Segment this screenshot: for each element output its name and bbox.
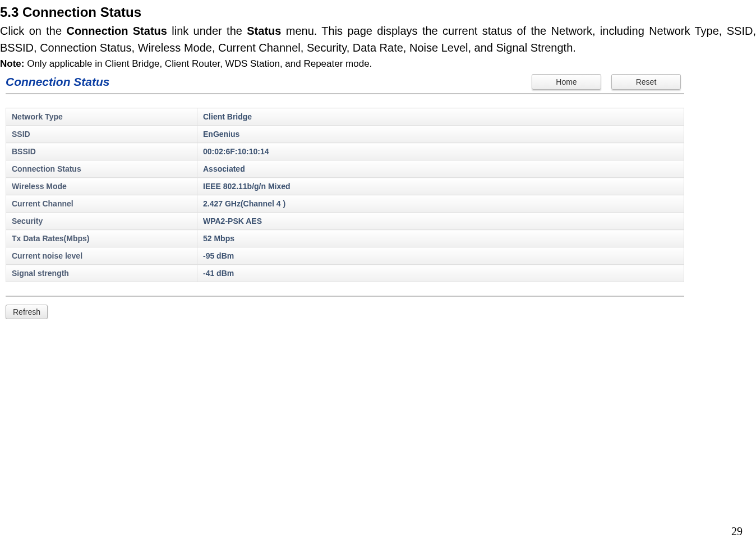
row-label: Wireless Mode	[6, 178, 197, 195]
reset-button[interactable]: Reset	[611, 74, 681, 90]
home-button[interactable]: Home	[532, 74, 601, 90]
section-heading: 5.3 Connection Status	[0, 4, 756, 20]
table-row: Connection Status Associated	[6, 160, 684, 178]
row-value: Client Bridge	[197, 108, 684, 126]
table-row: Current noise level -95 dBm	[6, 247, 684, 265]
table-row: Network Type Client Bridge	[6, 108, 684, 126]
row-label: Security	[6, 213, 197, 230]
row-label: BSSID	[6, 143, 197, 160]
row-label: Signal strength	[6, 265, 197, 282]
text-bold: Connection Status	[66, 25, 167, 37]
text: Click on the	[0, 25, 66, 37]
table-row: BSSID 00:02:6F:10:10:14	[6, 143, 684, 160]
panel-title: Connection Status	[6, 75, 110, 89]
status-table: Network Type Client Bridge SSID EnGenius…	[6, 108, 684, 282]
note-text: Only applicable in Client Bridge, Client…	[24, 58, 372, 69]
row-value: 52 Mbps	[197, 230, 684, 247]
refresh-button[interactable]: Refresh	[6, 305, 48, 319]
text: link under the	[167, 25, 247, 37]
row-value: IEEE 802.11b/g/n Mixed	[197, 178, 684, 195]
note-line: Note: Only applicable in Client Bridge, …	[0, 58, 756, 70]
row-label: Tx Data Rates(Mbps)	[6, 230, 197, 247]
table-row: Current Channel 2.427 GHz(Channel 4 )	[6, 195, 684, 213]
divider	[6, 296, 684, 297]
table-row: Tx Data Rates(Mbps) 52 Mbps	[6, 230, 684, 247]
row-label: Network Type	[6, 108, 197, 126]
table-row: Signal strength -41 dBm	[6, 265, 684, 282]
row-value: -95 dBm	[197, 247, 684, 265]
row-value: 00:02:6F:10:10:14	[197, 143, 684, 160]
table-row: Wireless Mode IEEE 802.11b/g/n Mixed	[6, 178, 684, 195]
row-value: Associated	[197, 160, 684, 178]
intro-paragraph: Click on the Connection Status link unde…	[0, 22, 756, 56]
text-bold: Status	[247, 25, 281, 37]
row-value: 2.427 GHz(Channel 4 )	[197, 195, 684, 213]
row-label: Current Channel	[6, 195, 197, 213]
table-row: Security WPA2-PSK AES	[6, 213, 684, 230]
row-label: Connection Status	[6, 160, 197, 178]
panel-header: Connection Status Home Reset	[6, 74, 684, 94]
connection-status-panel: Connection Status Home Reset Network Typ…	[6, 74, 684, 319]
row-label: Current noise level	[6, 247, 197, 265]
table-row: SSID EnGenius	[6, 126, 684, 143]
row-value: EnGenius	[197, 126, 684, 143]
row-value: WPA2-PSK AES	[197, 213, 684, 230]
panel-buttons: Home Reset	[532, 74, 684, 90]
row-label: SSID	[6, 126, 197, 143]
note-label: Note:	[0, 58, 24, 69]
row-value: -41 dBm	[197, 265, 684, 282]
